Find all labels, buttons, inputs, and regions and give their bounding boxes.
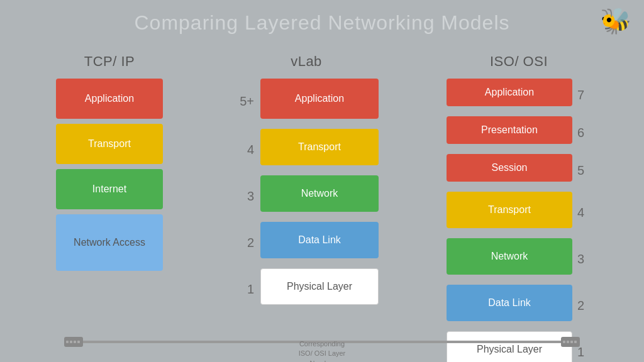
- tcpip-title: TCP/ IP: [84, 53, 135, 70]
- cable-area: Corresponding ISO/ OSI Layer Number: [0, 341, 644, 343]
- vlab-layer-network: Network: [260, 175, 379, 212]
- isoosi-title: ISO/ OSI: [490, 53, 548, 70]
- vlab-layer-datalink: Data Link: [260, 222, 379, 258]
- tcpip-layer-application: Application: [56, 79, 163, 119]
- isoosi-num-3: 3: [577, 252, 591, 266]
- isoosi-layer-application: Application: [447, 79, 572, 106]
- vlab-num-5: 5+: [234, 94, 254, 109]
- isoosi-num-6: 6: [577, 126, 591, 140]
- cable-connector-right: [561, 337, 580, 347]
- svg-rect-2: [70, 341, 72, 343]
- vlab-title: vLab: [291, 53, 322, 70]
- vlab-layer-transport: Transport: [260, 129, 379, 165]
- isoosi-row-network: Network 3: [447, 238, 591, 280]
- svg-rect-1: [66, 341, 69, 343]
- vlab-num-3: 3: [234, 189, 254, 204]
- vlab-row-network: 3 Network: [234, 175, 379, 217]
- isoosi-row-presentation: Presentation 6: [447, 116, 591, 149]
- vlab-num-1: 1: [234, 282, 254, 297]
- isoosi-layer-datalink: Data Link: [447, 285, 572, 321]
- cable-connector-left: [64, 337, 83, 347]
- vlab-row-transport: 4 Transport: [234, 129, 379, 170]
- vlab-layer-application: Application: [260, 79, 379, 119]
- vlab-row-application: 5+ Application: [234, 79, 379, 124]
- page-title: Comparing Layered Networking Models: [0, 0, 644, 35]
- isoosi-row-application: Application 7: [447, 79, 591, 111]
- svg-rect-7: [567, 341, 569, 343]
- isoosi-row-transport: Transport 4: [447, 192, 591, 233]
- cable-line: Corresponding ISO/ OSI Layer Number: [64, 341, 580, 343]
- tcpip-layer-transport: Transport: [56, 124, 163, 164]
- vlab-num-4: 4: [234, 143, 254, 157]
- tcpip-layer-internet: Internet: [56, 169, 163, 209]
- vlab-column: vLab 5+ Application 4 Transport 3 Networ…: [234, 53, 379, 315]
- svg-rect-6: [563, 341, 565, 343]
- svg-rect-3: [74, 341, 76, 343]
- isoosi-row-datalink: Data Link 2: [447, 285, 591, 326]
- svg-rect-8: [570, 341, 573, 343]
- isoosi-layer-physical: Physical Layer: [447, 331, 572, 362]
- vlab-row-physical: 1 Physical Layer: [234, 268, 379, 310]
- tcpip-column: TCP/ IP Application Transport Internet N…: [53, 53, 166, 276]
- isoosi-num-7: 7: [577, 88, 591, 102]
- bee-icon: 🐝: [600, 6, 631, 36]
- tcpip-layer-netaccess: Network Access: [56, 214, 163, 271]
- vlab-layer-physical: Physical Layer: [260, 268, 379, 305]
- isoosi-num-2: 2: [577, 299, 591, 313]
- isoosi-layer-transport: Transport: [447, 192, 572, 228]
- cable-label: Corresponding ISO/ OSI Layer Number: [299, 339, 346, 362]
- content-area: TCP/ IP Application Transport Internet N…: [0, 41, 644, 362]
- vlab-row-datalink: 2 Data Link: [234, 222, 379, 263]
- isoosi-column: ISO/ OSI Application 7 Presentation 6 Se…: [447, 53, 591, 362]
- isoosi-num-5: 5: [577, 163, 591, 178]
- isoosi-row-session: Session 5: [447, 154, 591, 187]
- vlab-num-2: 2: [234, 236, 254, 250]
- isoosi-layer-network: Network: [447, 238, 572, 275]
- isoosi-layer-session: Session: [447, 154, 572, 182]
- svg-rect-4: [77, 341, 80, 343]
- isoosi-layer-presentation: Presentation: [447, 116, 572, 144]
- isoosi-num-4: 4: [577, 206, 591, 220]
- svg-rect-9: [574, 341, 577, 343]
- isoosi-num-1: 1: [577, 345, 591, 359]
